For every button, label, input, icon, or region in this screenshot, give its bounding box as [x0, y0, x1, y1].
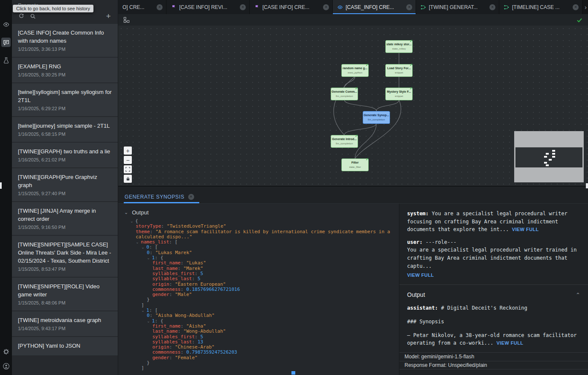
prompt-date: 1/15/2025, 8:48:06 PM: [18, 300, 112, 306]
tab-close-icon[interactable]: ✕: [406, 4, 412, 10]
collapse-caret-icon[interactable]: ⌄: [147, 319, 151, 323]
message-list: system: You are a specialist legal proce…: [407, 210, 580, 279]
response-format-label: Response Format: Unspecified/plain: [399, 361, 588, 369]
json-line[interactable]: gender: "Male": [126, 292, 394, 297]
json-value: "Female": [175, 355, 198, 360]
fit-view-icon[interactable]: [124, 165, 132, 173]
json-key: syllables_last: [152, 339, 192, 345]
lock-icon[interactable]: [124, 175, 132, 183]
tab-label: [CASE INFO] CRE...: [262, 4, 320, 10]
tab-generate-synopsis[interactable]: GENERATE SYNOPSIS ✕: [124, 190, 199, 203]
json-key: commonness: [152, 287, 180, 292]
json-value: 0.18576966276721016: [186, 287, 240, 292]
rail-bottom-group: [2, 348, 10, 375]
view-full-link[interactable]: VIEW FULL: [497, 340, 524, 346]
collapse-caret-icon[interactable]: ⌄: [141, 245, 146, 249]
view-full-link[interactable]: VIEW FULL: [407, 272, 434, 278]
json-key: 1: [152, 255, 155, 261]
prompt-title: [TWINE][SNIPPET][SAMPLE CASE] Online Thr…: [18, 240, 112, 265]
eye-icon[interactable]: [2, 21, 10, 28]
close-icon[interactable]: ✕: [188, 194, 194, 200]
branch-icon: [504, 4, 509, 10]
json-line[interactable]: ⌄ names_list: [: [126, 240, 394, 245]
json-line[interactable]: 0: "Lukas Marek": [126, 250, 394, 255]
node-success-icon: ✓: [366, 157, 369, 161]
output-collapse-header[interactable]: ⌄ Output: [118, 206, 399, 218]
minimap-viewport[interactable]: [515, 147, 582, 167]
zoom-out-button[interactable]: −: [124, 156, 132, 164]
list-item[interactable]: [EXAMPLE] RNG1/16/2025, 8:30:25 PM: [12, 58, 118, 83]
splitter-handle-right[interactable]: [586, 183, 588, 188]
refresh-icon[interactable]: [18, 13, 25, 20]
tab-close-icon[interactable]: ✕: [157, 4, 163, 10]
tab[interactable]: O] CRE...✕: [118, 0, 166, 14]
json-line[interactable]: }: [126, 297, 394, 302]
splitter-handle-left[interactable]: [0, 182, 2, 189]
tab[interactable]: [CASE INFO] REVI...✕: [166, 0, 250, 14]
tab[interactable]: [TWINE] GENERAT...✕: [416, 0, 499, 14]
json-value: "TwistedLoveTriangle": [167, 223, 226, 229]
zoom-in-button[interactable]: +: [124, 146, 132, 155]
graph-node[interactable]: state mikey stor...state_mikey✓: [385, 40, 413, 53]
tab-overflow-chevron[interactable]: ›: [582, 0, 588, 14]
add-prompt-button[interactable]: +: [105, 13, 112, 20]
collapse-caret-icon[interactable]: ⌄: [130, 219, 134, 223]
account-icon[interactable]: [2, 362, 10, 370]
json-line[interactable]: ]: [126, 366, 394, 371]
collapse-caret-icon[interactable]: ⌄: [147, 256, 151, 260]
list-item[interactable]: [TWINE][SNIPPET][ROLE] Video game writer…: [12, 278, 118, 311]
tab[interactable]: [CASE INFO] CRE...✕: [250, 0, 333, 14]
flask-icon[interactable]: [2, 56, 10, 64]
collapse-caret-icon[interactable]: ⌄: [141, 308, 146, 313]
app-root: Prompts Click to go back, hold to see hi…: [0, 0, 588, 375]
model-label: Model: gemini/gemini-1.5-flash: [399, 352, 588, 361]
json-line[interactable]: theme: "A romance scam facilitator is ki…: [126, 229, 394, 240]
list-item[interactable]: [TWINE] [JINJA] Array merge in correct o…: [12, 202, 118, 236]
list-item[interactable]: [PYTHON] Yaml to JSON: [12, 337, 118, 356]
list-item[interactable]: [twine][journey] simple sample - 2T1L1/1…: [12, 117, 118, 143]
graph-node[interactable]: Generate Comm...llm_completion✓: [331, 88, 358, 100]
json-key: origin: [152, 281, 169, 287]
search-icon[interactable]: [29, 13, 36, 20]
view-full-link[interactable]: VIEW FULL: [512, 227, 539, 232]
bottom-panel-body: ⌄ Output ⌄ {storyType: "TwistedLoveTrian…: [118, 204, 588, 375]
tab[interactable]: [CASE_INFO] CRE...✕: [333, 0, 416, 14]
tab-close-icon[interactable]: ✕: [489, 4, 495, 10]
list-item[interactable]: [twine][syllogism] sample syllogism for …: [12, 83, 118, 117]
graph-node[interactable]: Mystery Style F...snippet✓: [385, 88, 413, 100]
splitter-handle-bottom[interactable]: [291, 371, 295, 375]
prompts-icon[interactable]: [1, 38, 11, 47]
json-key: first_name: [152, 260, 180, 266]
node-subtitle: snippet: [386, 71, 412, 74]
graph-node[interactable]: random name g...exec_python✓: [341, 64, 369, 77]
list-item[interactable]: [TWINE] metroidvania case graph1/14/2025…: [12, 311, 118, 337]
graph-canvas[interactable]: + −: [118, 26, 588, 186]
prompt-title: [EXAMPLE] RNG: [18, 62, 112, 70]
list-item[interactable]: [TWINE][SNIPPET][SAMPLE CASE] Online Thr…: [12, 236, 118, 278]
output-section-header[interactable]: Output ⌃: [407, 285, 580, 305]
minimap[interactable]: [514, 131, 584, 182]
flag-icon: [254, 4, 260, 10]
json-tree: ⌄ {storyType: "TwistedLoveTriangle"theme…: [118, 218, 399, 371]
list-item[interactable]: [TWINE][GRAPH} two truths and a lie1/16/…: [12, 143, 118, 168]
settings-gear-icon[interactable]: [2, 348, 10, 355]
json-line[interactable]: ]: [126, 303, 394, 308]
collapse-caret-icon[interactable]: ⌄: [136, 240, 140, 244]
json-line[interactable]: gender: "Female": [126, 355, 394, 360]
graph-node[interactable]: Generate Synop...llm_completion: [363, 111, 390, 124]
assistant-paragraph: assistant: # Digital Deceit's Reckoning: [407, 304, 580, 312]
tab[interactable]: [TIMELINE] CASE ...✕: [499, 0, 582, 14]
graph-node[interactable]: Generate Introd...llm_completion✓: [331, 135, 358, 148]
json-line[interactable]: 0: "Aisha Wong-Abdullah": [126, 313, 394, 318]
graph-node[interactable]: Load Story For...snippet✓: [385, 64, 413, 77]
json-line[interactable]: }: [126, 360, 394, 366]
tab-close-icon[interactable]: ✕: [240, 4, 246, 10]
list-item[interactable]: [CASE INFO] Create Common Info with rand…: [12, 24, 118, 58]
tab-close-icon[interactable]: ✕: [323, 4, 329, 10]
graph-node[interactable]: Filterstate_filter✓: [341, 158, 369, 171]
node-title: Generate Comm...: [331, 90, 358, 94]
json-key: names_list: [141, 239, 169, 245]
layout-graph-icon[interactable]: [123, 17, 130, 23]
list-item[interactable]: [TWINE][GRAPH]Pure Graphviz graph1/15/20…: [12, 168, 118, 202]
tab-close-icon[interactable]: ✕: [573, 4, 579, 10]
